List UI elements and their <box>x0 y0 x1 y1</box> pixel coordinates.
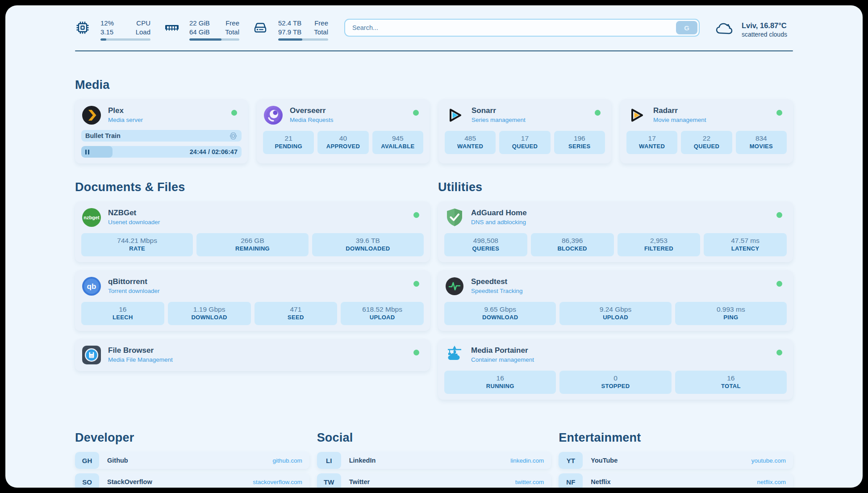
stat-pill-label: APPROVED <box>319 143 367 150</box>
stat-labels: FreeTotal <box>225 19 239 36</box>
stat-pill-label: DOWNLOAD <box>170 314 249 322</box>
app-card-sonarr[interactable]: SonarrSeries management485WANTED17QUEUED… <box>438 99 611 163</box>
stat-pill-label: LEECH <box>83 314 163 322</box>
stat-pill-label: QUEUED <box>683 143 730 150</box>
app-subtitle: Series management <box>472 117 526 123</box>
app-card-file-browser[interactable]: File BrowserMedia File Management <box>75 339 430 371</box>
stat-pill-value: 498,508 <box>446 236 526 245</box>
stat-pill-value: 21 <box>265 134 312 143</box>
app-card-adguard-home[interactable]: AdGuard HomeDNS and adblocking498,508QUE… <box>438 201 793 262</box>
stat-pill-row: 498,508QUERIES86,396BLOCKED2,953FILTERED… <box>444 233 787 256</box>
stat-value: 97.9 TB <box>278 28 301 37</box>
stat-pill-label: DOWNLOADED <box>314 245 422 253</box>
stat-pill-label: TOTAL <box>677 383 785 390</box>
system-stat: 12%3.15CPULoad <box>75 19 150 41</box>
stat-progress-fill <box>278 38 302 41</box>
stat-pill-row: 744.21 MbpsRATE266 GBREMAINING39.6 TBDOW… <box>81 233 424 256</box>
stat-label: Total <box>225 28 239 37</box>
stat-pill-value: 471 <box>256 305 336 314</box>
app-title: NZBGet <box>108 209 160 217</box>
stat-pill: 16TOTAL <box>675 371 787 394</box>
stat-pill: 21PENDING <box>263 131 314 154</box>
stat-pill: 485WANTED <box>445 131 496 154</box>
stat-pill-label: UPLOAD <box>561 314 669 322</box>
stat-pill: 498,508QUERIES <box>444 233 527 256</box>
app-card-overseerr[interactable]: OverseerrMedia Requests21PENDING40APPROV… <box>257 99 430 163</box>
search-bar: G <box>344 19 700 37</box>
gear-icon[interactable] <box>229 132 238 140</box>
link-row-linkedin[interactable]: LILinkedInlinkedin.com <box>317 452 551 469</box>
weather-location-temp: Lviv, 16.87°C <box>742 21 787 30</box>
section-title-developer: Developer <box>75 431 309 445</box>
link-row-netflix[interactable]: NFNetflixnetflix.com <box>559 473 793 488</box>
qbittorrent-icon: qb <box>81 276 102 297</box>
link-url: stackoverflow.com <box>253 479 302 485</box>
stat-label: CPU <box>136 19 150 28</box>
stat-pill: 744.21 MbpsRATE <box>81 233 193 256</box>
stat-pill-value: 834 <box>738 134 785 143</box>
stat-pill-value: 22 <box>683 134 730 143</box>
link-url: twitter.com <box>515 479 544 485</box>
stat-pill: 16RUNNING <box>444 371 556 394</box>
stat-pill-value: 618.52 Mbps <box>342 305 422 314</box>
plex-icon <box>81 105 102 125</box>
link-name: Github <box>107 457 273 464</box>
stat-pill-label: WANTED <box>628 143 676 150</box>
app-subtitle: Media File Management <box>108 356 173 363</box>
stat-pill: 39.6 TBDOWNLOADED <box>312 233 424 256</box>
link-row-twitter[interactable]: TWTwittertwitter.com <box>317 473 551 488</box>
playback-progress-row: 24:44 / 02:06:47 <box>81 146 242 158</box>
system-stats: 12%3.15CPULoad22 GiB64 GiBFreeTotal52.4 … <box>75 19 328 41</box>
stat-labels: CPULoad <box>136 19 150 36</box>
now-playing-title: Bullet Train <box>85 132 121 139</box>
search-provider-button[interactable]: G <box>676 21 697 34</box>
link-url: youtube.com <box>751 457 786 464</box>
app-card-media-portainer[interactable]: Media PortainerContainer management16RUN… <box>438 339 793 400</box>
stat-pill: 9.24 GbpsUPLOAD <box>559 302 671 325</box>
stat-pill-label: PENDING <box>265 143 312 150</box>
overseerr-icon <box>263 105 284 125</box>
stat-pill-row: 485WANTED17QUEUED196SERIES <box>445 131 605 154</box>
link-sections: DeveloperGHGithubgithub.comSOStackOverfl… <box>75 431 793 488</box>
stat-pill-value: 17 <box>628 134 676 143</box>
app-card-speedtest[interactable]: SpeedtestSpeedtest Tracking9.65 GbpsDOWN… <box>438 270 793 331</box>
playback-time: 24:44 / 02:06:47 <box>190 148 238 155</box>
link-row-stackoverflow[interactable]: SOStackOverflowstackoverflow.com <box>75 473 309 488</box>
system-stat: 52.4 TB97.9 TBFreeTotal <box>253 19 328 41</box>
stat-pill-label: STOPPED <box>561 383 669 390</box>
status-dot-online <box>413 281 419 287</box>
app-title: File Browser <box>108 346 173 355</box>
section-title-entertainment: Entertainment <box>559 431 793 445</box>
svg-text:nzbget: nzbget <box>83 215 100 220</box>
sonarr-icon <box>445 105 465 125</box>
app-card-qbittorrent[interactable]: qbqBittorrentTorrent downloader16LEECH1.… <box>75 270 430 331</box>
link-row-github[interactable]: GHGithubgithub.com <box>75 452 309 469</box>
speedtest-icon <box>444 276 465 297</box>
stat-pill-label: QUERIES <box>446 245 526 253</box>
app-card-nzbget[interactable]: nzbgetNZBGetUsenet downloader744.21 Mbps… <box>75 201 430 262</box>
link-row-youtube[interactable]: YTYouTubeyoutube.com <box>559 452 793 469</box>
cloud-icon <box>715 20 736 39</box>
stat-pill-value: 744.21 Mbps <box>83 236 191 245</box>
link-abbr: GH <box>75 452 99 469</box>
app-title: Speedtest <box>471 277 523 286</box>
stat-pill-label: BLOCKED <box>533 245 612 253</box>
stat-pill: 9.65 GbpsDOWNLOAD <box>444 302 556 325</box>
stat-pill: 40APPROVED <box>317 131 368 154</box>
search-input[interactable] <box>344 19 700 37</box>
stat-pill-label: FILTERED <box>619 245 699 253</box>
status-dot-online <box>776 110 782 116</box>
stat-label: Load <box>136 28 150 37</box>
stat-pill-value: 945 <box>374 134 421 143</box>
status-dot-online <box>413 212 419 218</box>
link-section-developer: DeveloperGHGithubgithub.comSOStackOverfl… <box>75 431 309 488</box>
section-title-media: Media <box>75 78 793 92</box>
middle-columns: Documents & Files nzbgetNZBGetUsenet dow… <box>75 180 793 400</box>
stat-pill-value: 16 <box>446 374 554 383</box>
stat-pill: 945AVAILABLE <box>372 131 423 154</box>
link-url: linkedin.com <box>510 457 544 464</box>
app-card-radarr[interactable]: RadarrMovie management17WANTED22QUEUED83… <box>620 99 793 163</box>
status-dot-online <box>776 350 782 355</box>
app-card-plex[interactable]: PlexMedia serverBullet Train24:44 / 02:0… <box>75 99 248 163</box>
stat-pill-label: WANTED <box>447 143 494 150</box>
